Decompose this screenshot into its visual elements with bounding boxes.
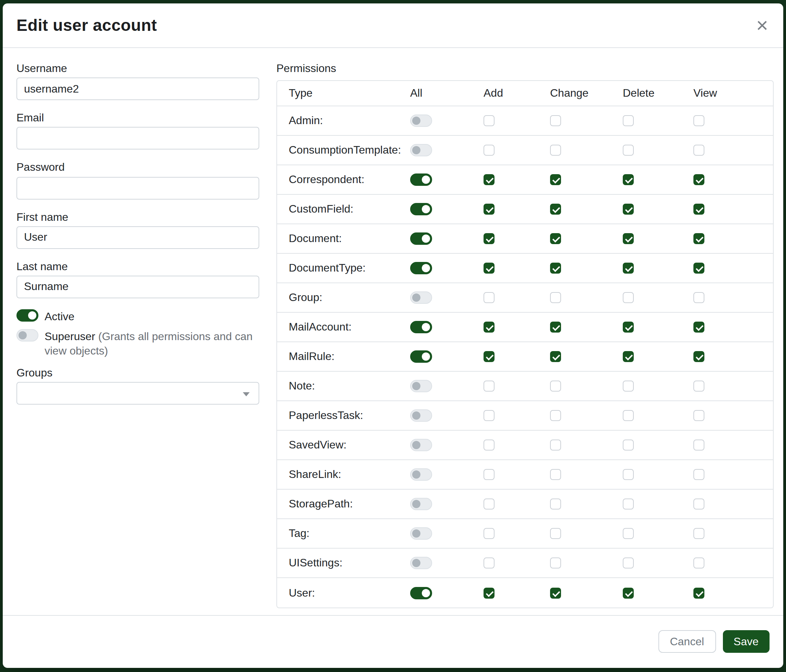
permission-all-toggle[interactable] [410, 203, 432, 215]
permission-delete-checkbox[interactable] [623, 204, 634, 215]
permission-add-checkbox[interactable] [484, 292, 495, 303]
permission-view-checkbox[interactable] [693, 440, 704, 451]
username-input[interactable] [16, 77, 259, 100]
permission-view-checkbox[interactable] [693, 292, 704, 303]
permission-delete-checkbox[interactable] [623, 528, 634, 539]
permission-all-toggle[interactable] [410, 587, 432, 599]
groups-select[interactable] [16, 382, 259, 405]
permission-change-checkbox[interactable] [550, 145, 561, 155]
permission-all-toggle[interactable] [410, 173, 432, 186]
permission-delete-checkbox[interactable] [623, 263, 634, 273]
permission-delete-checkbox[interactable] [623, 322, 634, 333]
permission-view-checkbox[interactable] [693, 204, 704, 215]
permission-change-checkbox[interactable] [550, 115, 561, 126]
permission-view-checkbox[interactable] [693, 587, 704, 598]
permission-delete-checkbox[interactable] [623, 292, 634, 303]
permission-all-toggle[interactable] [410, 439, 432, 451]
password-field[interactable] [16, 177, 259, 199]
permission-change-checkbox[interactable] [550, 469, 561, 480]
permission-change-checkbox[interactable] [550, 499, 561, 509]
permission-delete-checkbox[interactable] [623, 499, 634, 509]
permission-change-checkbox[interactable] [550, 587, 561, 598]
permission-add-checkbox[interactable] [484, 263, 495, 273]
permission-view-checkbox[interactable] [693, 351, 704, 362]
permission-change-checkbox[interactable] [550, 557, 561, 568]
email-field[interactable] [16, 127, 259, 150]
permission-delete-checkbox[interactable] [623, 587, 634, 598]
permission-add-checkbox[interactable] [484, 204, 495, 215]
permission-view-checkbox[interactable] [693, 174, 704, 185]
permission-change-checkbox[interactable] [550, 233, 561, 244]
permission-view-checkbox[interactable] [693, 381, 704, 391]
permission-add-checkbox[interactable] [484, 587, 495, 598]
permission-delete-checkbox[interactable] [623, 174, 634, 185]
permission-view-checkbox[interactable] [693, 233, 704, 244]
permission-view-checkbox[interactable] [693, 410, 704, 421]
permission-change-cell [550, 381, 623, 391]
permission-delete-checkbox[interactable] [623, 351, 634, 362]
permission-delete-checkbox[interactable] [623, 233, 634, 244]
close-icon[interactable]: × [755, 15, 770, 36]
permission-delete-cell [623, 174, 693, 185]
permission-view-checkbox[interactable] [693, 322, 704, 333]
permission-add-checkbox[interactable] [484, 499, 495, 509]
permission-view-checkbox[interactable] [693, 469, 704, 480]
permission-add-checkbox[interactable] [484, 322, 495, 333]
cancel-button[interactable]: Cancel [658, 630, 716, 653]
permission-view-checkbox[interactable] [693, 115, 704, 126]
permission-all-toggle[interactable] [410, 468, 432, 481]
permission-view-checkbox[interactable] [693, 557, 704, 568]
permission-all-toggle[interactable] [410, 527, 432, 540]
permission-add-checkbox[interactable] [484, 440, 495, 451]
permission-delete-checkbox[interactable] [623, 557, 634, 568]
permission-all-cell [410, 350, 484, 363]
permission-all-toggle[interactable] [410, 409, 432, 422]
permission-change-checkbox[interactable] [550, 528, 561, 539]
permission-change-checkbox[interactable] [550, 381, 561, 391]
permission-all-cell [410, 144, 484, 156]
first-name-field[interactable] [16, 226, 259, 249]
permission-delete-checkbox[interactable] [623, 115, 634, 126]
permission-delete-checkbox[interactable] [623, 145, 634, 155]
permission-add-checkbox[interactable] [484, 145, 495, 155]
permission-change-checkbox[interactable] [550, 410, 561, 421]
permission-all-toggle[interactable] [410, 144, 432, 156]
permission-all-toggle[interactable] [410, 321, 432, 333]
permission-add-checkbox[interactable] [484, 115, 495, 126]
save-button[interactable]: Save [723, 630, 770, 653]
permission-change-checkbox[interactable] [550, 292, 561, 303]
permission-add-checkbox[interactable] [484, 410, 495, 421]
permission-add-checkbox[interactable] [484, 174, 495, 185]
permission-change-checkbox[interactable] [550, 204, 561, 215]
permission-add-checkbox[interactable] [484, 557, 495, 568]
permission-change-checkbox[interactable] [550, 322, 561, 333]
permission-all-toggle[interactable] [410, 115, 432, 127]
permission-delete-checkbox[interactable] [623, 381, 634, 391]
permission-change-checkbox[interactable] [550, 174, 561, 185]
permission-all-toggle[interactable] [410, 498, 432, 510]
permission-view-checkbox[interactable] [693, 499, 704, 509]
active-toggle[interactable] [16, 309, 38, 322]
permission-add-checkbox[interactable] [484, 528, 495, 539]
permission-view-checkbox[interactable] [693, 263, 704, 273]
permission-change-checkbox[interactable] [550, 351, 561, 362]
permission-view-checkbox[interactable] [693, 528, 704, 539]
permission-delete-checkbox[interactable] [623, 469, 634, 480]
permission-add-checkbox[interactable] [484, 351, 495, 362]
permission-add-checkbox[interactable] [484, 469, 495, 480]
permission-all-toggle[interactable] [410, 350, 432, 363]
last-name-field[interactable] [16, 276, 259, 298]
permission-view-checkbox[interactable] [693, 145, 704, 155]
permission-add-checkbox[interactable] [484, 381, 495, 391]
permission-change-checkbox[interactable] [550, 263, 561, 273]
permission-all-toggle[interactable] [410, 380, 432, 392]
permission-all-toggle[interactable] [410, 291, 432, 304]
permission-change-checkbox[interactable] [550, 440, 561, 451]
permission-delete-checkbox[interactable] [623, 410, 634, 421]
permission-all-toggle[interactable] [410, 232, 432, 245]
permission-delete-checkbox[interactable] [623, 440, 634, 451]
permission-all-toggle[interactable] [410, 262, 432, 274]
permission-all-toggle[interactable] [410, 557, 432, 569]
superuser-toggle[interactable] [16, 329, 38, 341]
permission-add-checkbox[interactable] [484, 233, 495, 244]
